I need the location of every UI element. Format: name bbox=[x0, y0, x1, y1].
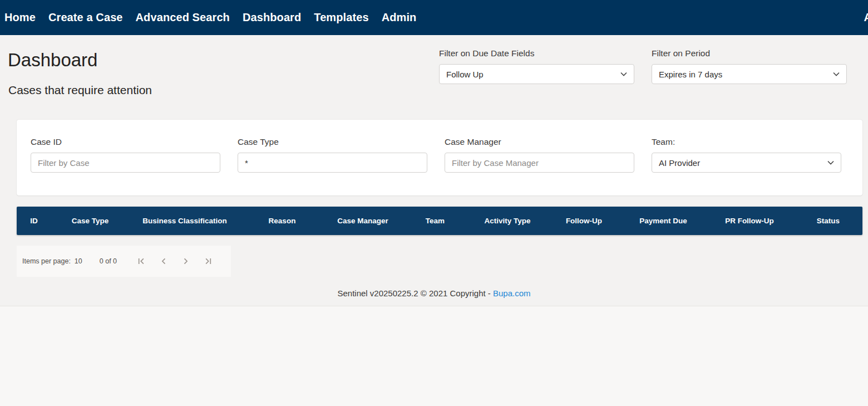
team-select[interactable]: AI Provider bbox=[652, 153, 841, 173]
nav-item-advanced-search[interactable]: Advanced Search bbox=[136, 11, 230, 24]
case-type-input[interactable] bbox=[238, 153, 427, 173]
cases-table-header: ID Case Type Business Classification Rea… bbox=[17, 207, 862, 235]
page-title: Dashboard bbox=[8, 48, 422, 72]
period-filter-group: Filter on Period Expires in 7 days bbox=[652, 48, 847, 97]
column-header-status: Status bbox=[794, 217, 862, 225]
nav-item-templates[interactable]: Templates bbox=[314, 11, 368, 24]
case-manager-label: Case Manager bbox=[445, 136, 634, 148]
column-header-activity-type: Activity Type bbox=[468, 217, 546, 225]
due-date-field-select[interactable]: Follow Up bbox=[439, 64, 634, 84]
due-date-filter-label: Filter on Due Date Fields bbox=[439, 48, 634, 59]
nav-item-admin[interactable]: Admin bbox=[382, 11, 417, 24]
case-type-label: Case Type bbox=[238, 136, 427, 148]
items-per-page-label: Items per page: bbox=[22, 257, 71, 265]
due-date-filter-group: Filter on Due Date Fields Follow Up bbox=[439, 48, 634, 97]
team-label: Team: bbox=[652, 136, 841, 148]
footer: Sentinel v20250225.2 © 2021 Copyright - … bbox=[0, 277, 868, 298]
case-id-filter-group: Case ID bbox=[31, 136, 220, 173]
chevron-right-icon[interactable] bbox=[175, 250, 197, 272]
dashboard-page: Dashboard Cases that require attention F… bbox=[0, 35, 868, 306]
team-filter-group: Team: AI Provider bbox=[652, 136, 841, 173]
column-header-team: Team bbox=[402, 217, 468, 225]
top-nav: Home Create a Case Advanced Search Dashb… bbox=[0, 0, 868, 35]
column-header-reason: Reason bbox=[240, 217, 324, 225]
page-titles: Dashboard Cases that require attention bbox=[8, 48, 422, 97]
case-id-input[interactable] bbox=[31, 153, 220, 173]
paginator-buttons bbox=[130, 250, 219, 272]
period-filter-label: Filter on Period bbox=[652, 48, 847, 59]
nav-item-home[interactable]: Home bbox=[4, 11, 36, 24]
page-subtitle: Cases that require attention bbox=[8, 83, 422, 97]
footer-bupa-link[interactable]: Bupa.com bbox=[493, 288, 531, 298]
nav-right-partial-text[interactable]: A bbox=[864, 11, 868, 24]
column-header-pr-follow-up: PR Follow-Up bbox=[705, 217, 794, 225]
paginator-range-label: 0 of 0 bbox=[100, 257, 117, 265]
column-header-follow-up: Follow-Up bbox=[546, 217, 622, 225]
nav-item-create-a-case[interactable]: Create a Case bbox=[48, 11, 123, 24]
table-paginator: Items per page: 10 0 of 0 bbox=[17, 246, 231, 277]
footer-copyright-text: Sentinel v20250225.2 © 2021 Copyright - bbox=[337, 288, 493, 298]
last-page-icon[interactable] bbox=[197, 250, 219, 272]
case-id-label: Case ID bbox=[31, 136, 220, 148]
column-header-case-type: Case Type bbox=[51, 217, 129, 225]
case-type-filter-group: Case Type bbox=[238, 136, 427, 173]
page-header-row: Dashboard Cases that require attention F… bbox=[0, 35, 868, 97]
column-header-business-classification: Business Classification bbox=[129, 217, 240, 225]
column-header-payment-due: Payment Due bbox=[622, 217, 705, 225]
case-filter-card: Case ID Case Type Case Manager Team: AI … bbox=[17, 120, 862, 195]
items-per-page-selector[interactable]: 10 bbox=[75, 257, 82, 265]
chevron-left-icon[interactable] bbox=[152, 250, 175, 272]
period-select[interactable]: Expires in 7 days bbox=[652, 64, 847, 84]
page-bottom-background bbox=[0, 306, 868, 406]
column-header-case-manager: Case Manager bbox=[324, 217, 402, 225]
column-header-id: ID bbox=[17, 217, 51, 225]
case-manager-filter-group: Case Manager bbox=[445, 136, 634, 173]
case-manager-input[interactable] bbox=[445, 153, 634, 173]
first-page-icon[interactable] bbox=[130, 250, 152, 272]
nav-item-dashboard[interactable]: Dashboard bbox=[243, 11, 301, 24]
